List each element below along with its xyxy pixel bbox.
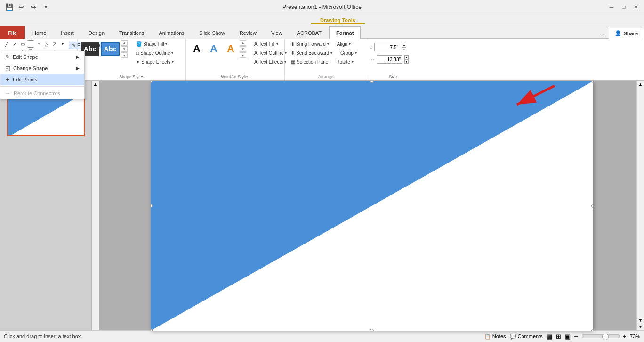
- quick-access-toolbar: 💾 ↩ ↪ ▾: [4, 2, 51, 12]
- tab-home[interactable]: Home: [25, 26, 53, 39]
- tab-insert[interactable]: Insert: [54, 26, 81, 39]
- tab-format[interactable]: Format: [329, 26, 361, 39]
- handle-middle-right[interactable]: [591, 204, 593, 208]
- bring-forward-icon: ⬆: [291, 41, 295, 47]
- shape-drop-icon[interactable]: ▾: [59, 40, 66, 48]
- handle-top-center[interactable]: [370, 81, 374, 83]
- dropdown-change-shape[interactable]: ◱ Change Shape ▶: [0, 63, 84, 74]
- selection-pane-button[interactable]: ▦ Selection Pane: [288, 58, 331, 66]
- dropdown-edit-points[interactable]: ✦ Edit Points: [0, 74, 84, 85]
- shape-outline-button[interactable]: □ Shape Outline ▾: [133, 49, 177, 57]
- text-fill-button[interactable]: A Text Fill ▾: [251, 40, 290, 48]
- scroll-up-right[interactable]: ▲: [637, 81, 644, 88]
- edit-shape-menu-icon: ✎: [5, 54, 10, 60]
- height-down[interactable]: ▼: [402, 47, 406, 51]
- main-area: 1 ▲: [0, 81, 644, 330]
- notes-button[interactable]: 📋 Notes: [484, 334, 506, 340]
- zoom-slider[interactable]: [582, 334, 620, 338]
- text-outline-button[interactable]: A Text Outline ▾: [251, 49, 290, 57]
- text-effects-icon: A: [254, 59, 258, 65]
- undo-icon[interactable]: ↩: [16, 2, 26, 12]
- wordart-more[interactable]: ▾: [240, 52, 246, 58]
- vertical-scrollbar-left[interactable]: ▲: [92, 81, 99, 330]
- context-tab-bar: Drawing Tools: [0, 14, 644, 24]
- align-button[interactable]: Align ▾: [334, 40, 354, 48]
- tab-acrobat[interactable]: ACROBAT: [290, 26, 329, 39]
- wordart-content: A A A ▲ ▼ ▾ A Text Fill ▾ A Text Outline…: [189, 40, 282, 73]
- shape-line-icon[interactable]: ╱: [3, 40, 10, 48]
- wordart-black-A[interactable]: A: [189, 43, 205, 55]
- shape-style-swatch-blue[interactable]: Abc: [101, 42, 120, 56]
- text-effects-button[interactable]: A Text Effects ▾: [251, 58, 290, 66]
- view-slide-sorter-icon[interactable]: ⊞: [556, 333, 561, 340]
- shape-fill-button[interactable]: 🪣 Shape Fill ▾: [133, 40, 177, 48]
- send-backward-button[interactable]: ⬇ Send Backward ▾: [288, 49, 336, 57]
- save-icon[interactable]: 💾: [4, 2, 14, 12]
- wordart-orange-A[interactable]: A: [223, 43, 239, 55]
- view-reading-icon[interactable]: ▣: [565, 333, 571, 340]
- arrange-row1: ⬆ Bring Forward ▾ Align ▾: [288, 40, 354, 48]
- handle-middle-left[interactable]: [151, 204, 153, 208]
- view-normal-icon[interactable]: ▦: [547, 333, 552, 340]
- tab-design[interactable]: Design: [81, 26, 112, 39]
- shape-tri-icon[interactable]: △: [43, 40, 50, 48]
- size-group: ↕ 7.5" ▲ ▼ ↔ 13.33" ▲ ▼ Size: [367, 39, 419, 80]
- width-down[interactable]: ▼: [404, 59, 409, 64]
- maximize-button[interactable]: □: [620, 3, 628, 11]
- tab-slideshow[interactable]: Slide Show: [192, 26, 232, 39]
- redo-icon[interactable]: ↪: [28, 2, 39, 12]
- comments-button[interactable]: 💬 Comments: [510, 334, 543, 340]
- edit-shape-icon: ✎: [72, 43, 76, 48]
- tab-view[interactable]: View: [264, 26, 290, 39]
- vertical-scrollbar-right[interactable]: ▲ ▼ +: [636, 81, 644, 330]
- scroll-down-right[interactable]: ▼: [637, 317, 644, 324]
- change-shape-icon: ◱: [5, 65, 10, 72]
- shape-oval-icon[interactable]: ○: [35, 40, 42, 48]
- height-up[interactable]: ▲: [402, 43, 406, 47]
- wordart-scroll-up[interactable]: ▲: [240, 40, 246, 46]
- style-more[interactable]: ▾: [121, 52, 128, 58]
- size-content: ↕ 7.5" ▲ ▼ ↔ 13.33" ▲ ▼: [370, 43, 416, 73]
- tab-animations[interactable]: Animations: [152, 26, 191, 39]
- zoom-out-icon[interactable]: ─: [574, 334, 578, 339]
- customize-icon[interactable]: ▾: [40, 2, 51, 12]
- wordart-scroll-down[interactable]: ▼: [240, 46, 246, 52]
- scroll-up-btn[interactable]: ▲: [92, 81, 98, 88]
- bring-forward-button[interactable]: ⬆ Bring Forward ▾: [288, 40, 332, 48]
- width-up[interactable]: ▲: [404, 55, 409, 59]
- share-button[interactable]: 👤 Share: [609, 28, 644, 39]
- shape-effects-button[interactable]: ✦ Shape Effects ▾: [133, 58, 177, 66]
- style-scroll-up[interactable]: ▲: [121, 40, 128, 46]
- tab-file[interactable]: File: [0, 26, 25, 39]
- height-row: ↕ 7.5" ▲ ▼: [370, 43, 406, 51]
- close-button[interactable]: ✕: [632, 3, 640, 11]
- wordart-blue-A[interactable]: A: [206, 43, 222, 55]
- group-button[interactable]: Group ▾: [337, 49, 360, 57]
- height-spinner: ▲ ▼: [402, 43, 406, 51]
- zoom-level[interactable]: 73%: [630, 334, 640, 339]
- shape-arrow-icon[interactable]: ↗: [11, 40, 18, 48]
- shape-rounded-icon[interactable]: [27, 40, 34, 48]
- width-input[interactable]: 13.33": [377, 55, 402, 64]
- tab-review[interactable]: Review: [233, 26, 264, 39]
- status-text: Click and drag to insert a text box.: [4, 334, 82, 339]
- minimize-button[interactable]: ─: [607, 3, 616, 11]
- style-scroll-down[interactable]: ▼: [121, 46, 128, 52]
- tab-transitions[interactable]: Transitions: [112, 26, 151, 39]
- drawing-tools-label[interactable]: Drawing Tools: [311, 16, 365, 24]
- shape-rtri-icon[interactable]: ◸: [51, 40, 58, 48]
- window-title: Presentation1 - Microsoft Office: [282, 4, 362, 10]
- text-outline-icon: A: [254, 50, 258, 56]
- wordart-styles-label: WordArt Styles: [186, 74, 284, 79]
- scroll-zoom-expand[interactable]: +: [638, 324, 643, 330]
- more-tabs-btn[interactable]: ...: [595, 29, 609, 39]
- edit-shape-dropdown: ✎ Edit Shape ▶ ◱ Change Shape ▶ ✦ Edit P…: [0, 51, 85, 99]
- zoom-in-icon[interactable]: +: [623, 334, 626, 339]
- handle-bottom-center[interactable]: [370, 329, 374, 331]
- height-label: ↕: [370, 45, 372, 50]
- shape-rect-icon[interactable]: ▭: [19, 40, 26, 48]
- zoom-thumb[interactable]: [602, 334, 609, 340]
- height-input[interactable]: 7.5": [374, 43, 400, 51]
- rotate-button[interactable]: Rotate ▾: [333, 58, 356, 66]
- dropdown-edit-shape[interactable]: ✎ Edit Shape ▶: [0, 51, 84, 63]
